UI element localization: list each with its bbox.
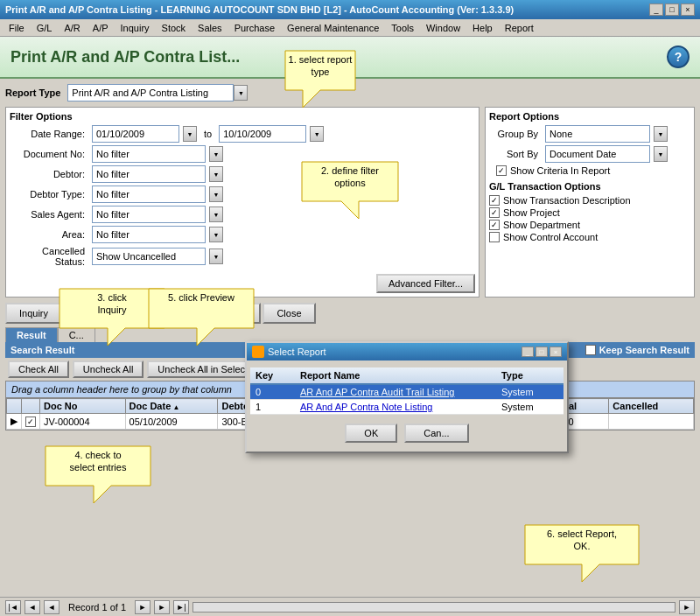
report-type-value: Print A/R and A/P Contra Listing bbox=[72, 88, 229, 98]
area-btn[interactable]: ▼ bbox=[209, 227, 223, 242]
show-transaction-desc-checkbox[interactable] bbox=[489, 195, 500, 206]
nav-first-button[interactable]: |◄ bbox=[5, 600, 21, 614]
col-doc-no[interactable]: Doc No bbox=[40, 399, 126, 414]
modal-maximize-btn[interactable]: □ bbox=[536, 346, 548, 357]
modal-row-1-name: AR And AP Contra Note Listing bbox=[295, 400, 496, 415]
modal-cancel-button[interactable]: Can... bbox=[404, 424, 468, 443]
svg-text:2. define filter: 2. define filter bbox=[321, 165, 379, 176]
menu-purchase[interactable]: Purchase bbox=[229, 22, 280, 34]
show-department-checkbox[interactable] bbox=[489, 220, 500, 230]
callout-click-preview: 5. click Preview bbox=[149, 289, 262, 347]
svg-text:3. click: 3. click bbox=[97, 292, 127, 303]
check-all-button[interactable]: Check All bbox=[8, 360, 69, 378]
debtor-btn[interactable]: ▼ bbox=[209, 166, 223, 182]
menu-ar[interactable]: A/R bbox=[59, 22, 85, 34]
modal-col-report-name: Report Name bbox=[295, 368, 496, 384]
show-project-checkbox[interactable] bbox=[489, 207, 500, 218]
menu-sales[interactable]: Sales bbox=[192, 22, 228, 34]
menu-file[interactable]: File bbox=[4, 22, 30, 34]
date-to-combo[interactable]: 10/10/2009 bbox=[219, 125, 306, 143]
keep-search-checkbox[interactable] bbox=[585, 345, 596, 355]
debtor-value: No filter bbox=[96, 169, 201, 179]
show-criteria-checkbox[interactable] bbox=[496, 165, 507, 176]
modal-close-btn[interactable]: × bbox=[550, 346, 562, 357]
sort-by-combo[interactable]: Document Date bbox=[545, 145, 650, 163]
group-by-btn[interactable]: ▼ bbox=[654, 126, 668, 142]
modal-minimize-btn[interactable]: _ bbox=[522, 346, 534, 357]
uncheck-all-button[interactable]: Uncheck All bbox=[73, 360, 144, 378]
menu-report[interactable]: Report bbox=[500, 22, 539, 34]
sales-agent-label: Sales Agent: bbox=[10, 209, 88, 220]
close-button-toolbar[interactable]: Close bbox=[262, 303, 315, 324]
cancelled-status-btn[interactable]: ▼ bbox=[209, 248, 223, 264]
group-by-label: Group By bbox=[489, 129, 542, 139]
date-from-combo[interactable]: 01/10/2009 bbox=[92, 125, 179, 143]
nav-prev-button[interactable]: ◄ bbox=[24, 600, 40, 614]
report-type-dropdown-btn[interactable]: ▼ bbox=[234, 85, 248, 101]
tab-result[interactable]: Result bbox=[5, 327, 58, 342]
date-range-row: Date Range: 01/10/2009 ▼ to 10/10/2009 ▼ bbox=[10, 125, 475, 143]
date-to-btn[interactable]: ▼ bbox=[310, 126, 324, 142]
nav-next-button[interactable]: ► bbox=[154, 600, 170, 614]
debtor-combo[interactable]: No filter bbox=[92, 165, 206, 183]
scroll-right-button[interactable]: ► bbox=[679, 600, 695, 614]
col-cancelled[interactable]: Cancelled bbox=[609, 399, 694, 414]
advanced-filter-button[interactable]: Advanced Filter... bbox=[376, 274, 475, 293]
doc-no-combo[interactable]: No filter bbox=[92, 145, 206, 163]
menu-gl[interactable]: G/L bbox=[32, 22, 58, 34]
svg-text:5. click Preview: 5. click Preview bbox=[168, 292, 234, 303]
modal-footer: OK Can... bbox=[250, 418, 564, 448]
modal-ok-button[interactable]: OK bbox=[345, 424, 397, 443]
col-doc-date[interactable]: Doc Date bbox=[125, 399, 218, 414]
modal-title-bar: Select Report _ □ × bbox=[247, 343, 567, 360]
sales-agent-btn[interactable]: ▼ bbox=[209, 206, 223, 222]
show-department-label: Show Department bbox=[503, 220, 580, 230]
menu-tools[interactable]: Tools bbox=[386, 22, 419, 34]
modal-select-report: Select Report _ □ × Key Report Name Type bbox=[245, 341, 569, 453]
modal-col-type: Type bbox=[496, 368, 564, 384]
menu-window[interactable]: Window bbox=[421, 22, 466, 34]
modal-row-0[interactable]: 0 AR And AP Contra Audit Trail Listing S… bbox=[250, 384, 564, 400]
show-control-account-checkbox[interactable] bbox=[489, 232, 500, 242]
group-by-combo[interactable]: None bbox=[545, 125, 650, 143]
report-type-label: Report Type bbox=[5, 88, 60, 98]
menu-inquiry[interactable]: Inquiry bbox=[116, 22, 155, 34]
modal-row-1[interactable]: 1 AR And AP Contra Note Listing System bbox=[250, 400, 564, 415]
minimize-button[interactable]: _ bbox=[649, 4, 663, 16]
modal-row-0-link[interactable]: AR And AP Contra Audit Trail Listing bbox=[300, 387, 455, 397]
menu-ap[interactable]: A/P bbox=[88, 22, 114, 34]
menu-general-maintenance[interactable]: General Maintenance bbox=[282, 22, 384, 34]
row-checkbox[interactable] bbox=[25, 416, 36, 427]
doc-no-btn[interactable]: ▼ bbox=[209, 146, 223, 162]
col-checkbox bbox=[22, 399, 40, 414]
maximize-button[interactable]: □ bbox=[665, 4, 679, 16]
row-checkbox-cell[interactable] bbox=[22, 414, 40, 430]
modal-row-1-link[interactable]: AR And AP Contra Note Listing bbox=[300, 402, 432, 412]
show-criteria-label: Show Criteria In Report bbox=[510, 165, 610, 176]
close-button[interactable]: × bbox=[681, 4, 695, 16]
nav-last-button[interactable]: ►| bbox=[173, 600, 189, 614]
sales-agent-combo[interactable]: No filter bbox=[92, 206, 206, 223]
date-from-btn[interactable]: ▼ bbox=[183, 126, 197, 142]
debtor-type-btn[interactable]: ▼ bbox=[209, 186, 223, 202]
date-from-value: 01/10/2009 bbox=[96, 129, 175, 139]
nav-prev2-button[interactable]: ◄ bbox=[44, 600, 60, 614]
report-type-combo[interactable]: Print A/R and A/P Contra Listing bbox=[67, 84, 234, 102]
callout-select-report-type: 1. select report type bbox=[259, 51, 382, 109]
show-control-account-row: Show Control Account bbox=[489, 232, 690, 242]
nav-next2-button[interactable]: ► bbox=[135, 600, 150, 614]
area-combo[interactable]: No filter bbox=[92, 226, 206, 243]
report-options-title: Report Options bbox=[489, 111, 690, 122]
sort-by-btn[interactable]: ▼ bbox=[654, 146, 668, 162]
help-button[interactable]: ? bbox=[667, 46, 690, 68]
menu-help[interactable]: Help bbox=[467, 22, 498, 34]
row-cancelled bbox=[609, 414, 694, 430]
menu-stock[interactable]: Stock bbox=[157, 22, 192, 34]
date-to-value: 10/10/2009 bbox=[223, 129, 302, 139]
show-department-row: Show Department bbox=[489, 220, 690, 230]
horizontal-scrollbar[interactable] bbox=[192, 602, 676, 612]
debtor-type-combo[interactable]: No filter bbox=[92, 186, 206, 203]
modal-title-text: Select Report bbox=[268, 346, 326, 357]
cancelled-status-combo[interactable]: Show Uncancelled bbox=[92, 248, 206, 265]
inquiry-button[interactable]: Inquiry bbox=[5, 303, 62, 324]
